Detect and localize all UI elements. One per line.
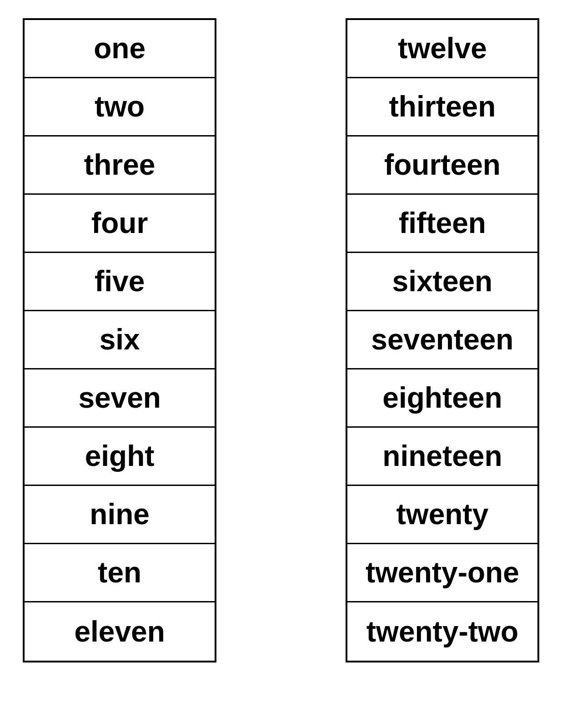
right-number-label-13: thirteen — [389, 89, 496, 124]
left-number-label-4: four — [91, 206, 148, 241]
left-number-label-9: nine — [90, 497, 150, 532]
right-number-cell-12: twelve — [347, 20, 537, 78]
right-number-cell-14: fourteen — [347, 136, 537, 195]
left-number-label-5: five — [95, 264, 145, 299]
left-number-cell-1: one — [25, 20, 215, 78]
right-number-cell-20: twenty — [347, 486, 537, 544]
right-number-cell-15: fifteen — [347, 195, 537, 253]
right-number-cell-17: seventeen — [347, 311, 537, 369]
right-number-label-20: twenty — [396, 497, 489, 532]
left-number-label-7: seven — [78, 380, 161, 415]
right-number-label-12: twelve — [398, 31, 487, 66]
right-number-cell-16: sixteen — [347, 253, 537, 311]
left-number-cell-11: eleven — [25, 602, 215, 661]
left-number-cell-3: three — [25, 136, 215, 195]
right-number-label-16: sixteen — [392, 264, 493, 299]
right-column: twelvethirteenfourteenfifteensixteenseve… — [346, 18, 539, 662]
right-number-label-21: twenty-one — [366, 555, 519, 590]
right-number-label-19: nineteen — [382, 439, 502, 474]
right-number-label-14: fourteen — [384, 147, 501, 182]
left-number-label-10: ten — [98, 555, 141, 590]
right-number-cell-21: twenty-one — [347, 544, 537, 602]
left-number-cell-8: eight — [25, 428, 215, 486]
left-number-label-2: two — [95, 89, 145, 124]
left-number-label-1: one — [94, 31, 146, 66]
left-number-cell-5: five — [25, 253, 215, 311]
left-number-cell-7: seven — [25, 369, 215, 428]
right-number-label-17: seventeen — [371, 322, 513, 357]
right-number-label-15: fifteen — [399, 206, 486, 241]
spacer — [235, 18, 327, 662]
page-container: onetwothreefourfivesixseveneightninetene… — [9, 9, 553, 672]
left-number-cell-9: nine — [25, 486, 215, 544]
right-number-label-22: twenty-two — [366, 614, 518, 649]
left-number-cell-10: ten — [25, 544, 215, 602]
left-number-label-6: six — [100, 322, 140, 357]
left-number-cell-4: four — [25, 195, 215, 253]
right-number-cell-13: thirteen — [347, 78, 537, 136]
left-number-label-11: eleven — [74, 614, 165, 649]
left-number-cell-6: six — [25, 311, 215, 369]
right-number-cell-22: twenty-two — [347, 602, 537, 661]
left-number-label-3: three — [84, 147, 156, 182]
left-number-label-8: eight — [85, 439, 155, 474]
right-number-cell-19: nineteen — [347, 428, 537, 486]
left-number-cell-2: two — [25, 78, 215, 136]
right-number-label-18: eighteen — [382, 380, 502, 415]
left-column: onetwothreefourfivesixseveneightninetene… — [23, 18, 216, 662]
right-number-cell-18: eighteen — [347, 369, 537, 428]
